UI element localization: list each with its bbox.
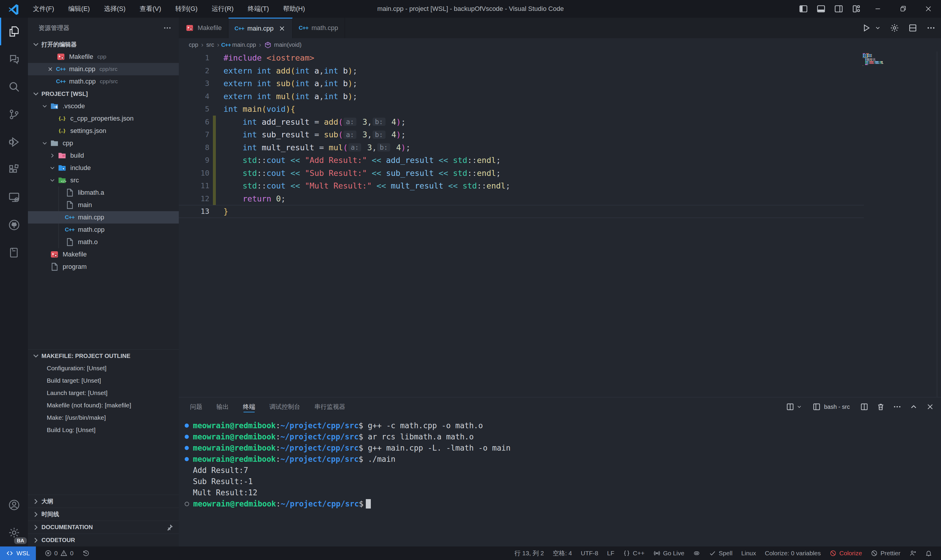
tree-item-cpp[interactable]: cpp	[28, 137, 179, 149]
menu-item-G[interactable]: 转到(G)	[168, 0, 204, 18]
command-decoration-filled[interactable]	[185, 457, 189, 461]
run-dropdown-chevron-icon[interactable]	[875, 25, 881, 31]
customize-layout-icon[interactable]	[852, 4, 861, 14]
code-line[interactable]: 6 int add_result = add(a: 3,b: 4);	[179, 115, 941, 129]
code-line[interactable]: 5int main(void){	[179, 103, 941, 115]
problems-indicator[interactable]: 0 0	[45, 550, 74, 557]
tree-item-main[interactable]: main	[28, 199, 179, 211]
restore-button[interactable]	[890, 0, 916, 18]
split-editor-icon[interactable]	[908, 23, 918, 33]
activity-bar-run-debug[interactable]	[0, 128, 28, 156]
open-editor-item[interactable]: C++main.cppcpp/src	[28, 63, 179, 75]
outline-item[interactable]: Makefile (not found): [makefile]	[28, 399, 179, 411]
code-line[interactable]: 13}	[179, 205, 941, 218]
activity-bar-chat[interactable]	[0, 45, 28, 73]
code-line[interactable]: 10 std::cout << "Sub Result:" << sub_res…	[179, 167, 941, 180]
menu-item-H[interactable]: 帮助(H)	[276, 0, 312, 18]
breadcrumb-item[interactable]: src	[206, 42, 214, 48]
menu-item-V[interactable]: 查看(V)	[132, 0, 168, 18]
explorer-more-actions-icon[interactable]	[163, 23, 172, 32]
activity-bar-account[interactable]	[0, 491, 28, 519]
breadcrumb-item[interactable]: cpp	[189, 42, 198, 48]
menu-item-S[interactable]: 选择(S)	[97, 0, 132, 18]
timeline-restore-indicator[interactable]	[82, 550, 89, 557]
tab-math.cpp[interactable]: C++math.cpp	[292, 18, 345, 38]
panel-tab-输出[interactable]: 输出	[217, 397, 229, 416]
status-indentation[interactable]: 空格: 4	[553, 549, 572, 557]
toggle-panel-icon[interactable]	[816, 4, 826, 14]
tab-main.cpp[interactable]: C++main.cpp	[229, 18, 292, 38]
status-spell[interactable]: Spell	[709, 550, 732, 557]
tree-item-.vscode[interactable]: .vscode	[28, 100, 179, 112]
close-panel-icon[interactable]	[926, 402, 935, 411]
code-line[interactable]: 7 int sub_result = sub(a: 3,b: 4);	[179, 128, 941, 141]
tree-item-math.o[interactable]: math.o	[28, 236, 179, 248]
tree-item-include[interactable]: include	[28, 162, 179, 174]
command-decoration-filled[interactable]	[185, 423, 189, 428]
outline-item[interactable]: Make: [/usr/bin/make]	[28, 411, 179, 424]
close-window-button[interactable]	[916, 0, 941, 18]
sidebar-section-[interactable]: 大纲	[28, 495, 179, 508]
kill-terminal-icon[interactable]	[876, 402, 885, 411]
tab-Makefile[interactable]: Makefile	[179, 18, 229, 38]
menu-item-T[interactable]: 终端(T)	[241, 0, 276, 18]
tree-item-program[interactable]: program	[28, 261, 179, 273]
close-tab-icon[interactable]	[278, 25, 286, 32]
tree-item-libmath.a[interactable]: libmath.a	[28, 186, 179, 199]
tree-item-build[interactable]: build	[28, 149, 179, 162]
settings-gear-icon[interactable]	[890, 23, 899, 33]
editor-more-actions-icon[interactable]	[926, 23, 936, 33]
tree-item-Makefile[interactable]: Makefile	[28, 248, 179, 261]
command-decoration-filled[interactable]	[185, 446, 189, 450]
status-eol[interactable]: LF	[607, 550, 615, 557]
remote-indicator[interactable]: WSL	[0, 546, 36, 560]
activity-bar-extensions[interactable]	[0, 156, 28, 183]
maximize-panel-icon[interactable]	[909, 402, 918, 411]
toggle-primary-sidebar-icon[interactable]	[799, 4, 808, 14]
panel-tab-问题[interactable]: 问题	[190, 397, 202, 416]
terminal-tab-label[interactable]: bash - src	[824, 403, 850, 410]
status-colorize[interactable]: Colorize	[830, 550, 862, 557]
status-linux[interactable]: Linux	[741, 550, 756, 557]
outline-item[interactable]: Build target: [Unset]	[28, 374, 179, 387]
activity-bar-github[interactable]	[0, 211, 28, 239]
status-prettier[interactable]: Prettier	[871, 550, 900, 557]
terminal-tab-icon[interactable]	[812, 402, 821, 411]
status-feedback[interactable]	[909, 550, 916, 557]
activity-bar-search[interactable]	[0, 73, 28, 101]
status-notifications[interactable]	[925, 550, 932, 557]
panel-tab-终端[interactable]: 终端	[243, 397, 255, 416]
open-editor-item[interactable]: Makefilecpp	[28, 51, 179, 63]
status-cursor-position[interactable]: 行 13, 列 2	[514, 549, 544, 557]
activity-bar-source-control[interactable]	[0, 101, 28, 128]
status-copilot[interactable]	[693, 550, 700, 557]
split-terminal-icon[interactable]	[786, 402, 795, 411]
code-line[interactable]: 3extern int sub(int a,int b);	[179, 77, 941, 90]
activity-bar-settings[interactable]: BA	[0, 519, 28, 546]
code-line[interactable]: 2extern int add(int a,int b);	[179, 65, 941, 77]
tree-item-math.cpp[interactable]: C++math.cpp	[28, 223, 179, 236]
code-line[interactable]: 1#include <iostream>	[179, 51, 941, 65]
code-line[interactable]: 8 int mult_result = mul(a: 3,b: 4);	[179, 141, 941, 154]
tree-item-settings.json[interactable]: {..}settings.json	[28, 125, 179, 137]
breadcrumb-item[interactable]: main(void)	[274, 42, 301, 48]
breadcrumb-item[interactable]: main.cpp	[232, 42, 256, 48]
command-decoration-hollow[interactable]	[185, 502, 189, 506]
panel-tab-调试控制台[interactable]: 调试控制台	[269, 397, 300, 416]
menu-item-F[interactable]: 文件(F)	[26, 0, 61, 18]
tree-item-c_cpp_properties.json[interactable]: {..}c_cpp_properties.json	[28, 112, 179, 125]
makefile-outline-header[interactable]: MAKEFILE: PROJECT OUTLINE	[28, 350, 179, 362]
outline-item[interactable]: Build Log: [Unset]	[28, 424, 179, 436]
run-button[interactable]	[862, 23, 871, 33]
status-encoding[interactable]: UTF-8	[581, 550, 598, 557]
tree-item-src[interactable]: </>src	[28, 174, 179, 186]
terminal[interactable]: meowrain@redmibook:~/project/cpp/src$ g+…	[183, 420, 935, 546]
code-line[interactable]: 4extern int mul(int a,int b);	[179, 90, 941, 103]
code-line[interactable]: 12 return 0;	[179, 192, 941, 205]
pin-icon[interactable]	[166, 523, 174, 531]
activity-bar-notebook[interactable]	[0, 239, 28, 266]
status-go-live[interactable]: Go Live	[653, 550, 684, 557]
status-colorize-variables[interactable]: Colorize: 0 variables	[765, 550, 821, 557]
menu-item-R[interactable]: 运行(R)	[204, 0, 241, 18]
panel-more-actions-icon[interactable]	[893, 402, 902, 411]
